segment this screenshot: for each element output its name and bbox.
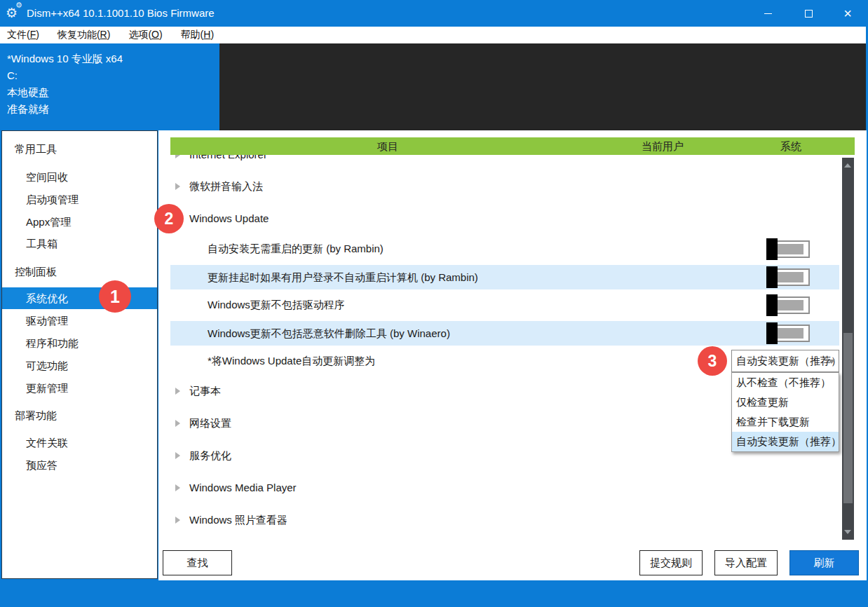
menu-label: 选项( bbox=[128, 29, 151, 40]
setting-row[interactable]: Windows更新不包括恶意软件删除工具 (by Winaero) bbox=[170, 321, 839, 346]
sidebar-item-system-optimization[interactable]: 系统优化 bbox=[2, 287, 157, 309]
menu-label: ) bbox=[36, 29, 39, 40]
gear-icon: ⚙ bbox=[15, 1, 22, 10]
toggle-switch-off[interactable] bbox=[766, 240, 810, 258]
setting-row-update-mode[interactable]: *将Windows Update自动更新调整为 自动安装更新（推荐） bbox=[170, 348, 839, 374]
column-header: 项目 当前用户 系统 bbox=[170, 137, 855, 155]
setting-label: 更新挂起时如果有用户登录不自动重启计算机 (by Rambin) bbox=[208, 265, 478, 289]
annotation-badge-1: 1 bbox=[99, 280, 131, 313]
menu-label: ) bbox=[107, 29, 111, 40]
group-label: Windows 照片查看器 bbox=[189, 507, 287, 533]
sidebar: 常用工具 空间回收 启动项管理 Appx管理 工具箱 控制面板 系统优化 驱动管… bbox=[1, 130, 158, 579]
toggle-knob bbox=[766, 322, 778, 344]
toggle-knob bbox=[766, 238, 778, 260]
column-items: 项目 bbox=[377, 137, 398, 155]
menu-recovery[interactable]: 恢复功能(R) bbox=[57, 29, 110, 41]
content-panel: Internet Explorer 项目 当前用户 系统 微软拼音输入法 Win… bbox=[158, 130, 867, 580]
toggle-switch-off[interactable] bbox=[766, 268, 810, 286]
vertical-scrollbar[interactable] bbox=[842, 158, 854, 540]
expander-icon[interactable] bbox=[175, 452, 180, 459]
menu-accel: F bbox=[30, 29, 36, 40]
setting-row[interactable]: Windows更新不包括驱动程序 bbox=[170, 292, 839, 318]
setting-label: Windows更新不包括恶意软件删除工具 (by Winaero) bbox=[208, 321, 450, 346]
group-label: Windows Media Player bbox=[189, 475, 297, 500]
scroll-up-icon[interactable] bbox=[844, 163, 851, 168]
group-label: Windows Update bbox=[189, 206, 269, 231]
refresh-button[interactable]: 刷新 bbox=[789, 550, 859, 575]
maximize-button[interactable] bbox=[792, 0, 825, 27]
tree-group-row-photo-viewer[interactable]: Windows 照片查看器 bbox=[170, 507, 839, 533]
menu-accel: R bbox=[100, 29, 107, 40]
setting-label: *将Windows Update自动更新调整为 bbox=[208, 348, 375, 374]
sidebar-item-update-manager[interactable]: 更新管理 bbox=[2, 378, 157, 398]
scroll-down-icon[interactable] bbox=[844, 530, 851, 534]
tree-group-row-pinyin[interactable]: 微软拼音输入法 bbox=[170, 174, 839, 199]
toggle-switch-off[interactable] bbox=[766, 325, 810, 342]
minimize-button[interactable] bbox=[752, 0, 784, 27]
menu-file[interactable]: 文件(F) bbox=[7, 29, 39, 41]
toggle-knob bbox=[766, 294, 778, 316]
submit-rule-button[interactable]: 提交规则 bbox=[639, 550, 703, 575]
close-icon: × bbox=[843, 0, 852, 27]
expander-icon[interactable] bbox=[175, 484, 180, 491]
group-label: 微软拼音输入法 bbox=[189, 174, 263, 199]
setting-label: 自动安装无需重启的更新 (by Rambin) bbox=[208, 236, 384, 261]
chevron-down-icon bbox=[828, 360, 835, 364]
sidebar-item-space-reclaim[interactable]: 空间回收 bbox=[2, 168, 157, 187]
menu-accel: H bbox=[203, 29, 210, 40]
image-session-tile[interactable]: *Windows 10 专业版 x64 C: 本地硬盘 准备就绪 bbox=[0, 43, 219, 130]
column-current-user: 当前用户 bbox=[642, 137, 684, 155]
expander-icon[interactable] bbox=[175, 183, 180, 190]
sidebar-item-driver-manager[interactable]: 驱动管理 bbox=[2, 311, 157, 331]
title-bar: ⚙ ⚙ Dism++x64 10.1.1001.10 Bios Firmware… bbox=[0, 0, 868, 27]
app-logo-icon: ⚙ ⚙ bbox=[6, 3, 25, 24]
group-label: 网络设置 bbox=[189, 411, 231, 436]
combobox-value: 自动安装更新（推荐） bbox=[736, 355, 839, 367]
menu-help[interactable]: 帮助(H) bbox=[181, 29, 214, 41]
session-status-label: 准备就绪 bbox=[7, 101, 219, 118]
menu-options[interactable]: 选项(O) bbox=[128, 29, 162, 41]
tree-group-row-windows-update[interactable]: Windows Update bbox=[170, 206, 839, 231]
setting-row[interactable]: 自动安装无需重启的更新 (by Rambin) bbox=[170, 236, 839, 261]
annotation-badge-3: 3 bbox=[698, 346, 727, 376]
sidebar-item-programs-features[interactable]: 程序和功能 bbox=[2, 334, 157, 353]
sidebar-group-common-tools: 常用工具 bbox=[15, 139, 57, 159]
sidebar-group-control-panel: 控制面板 bbox=[15, 262, 57, 282]
toggle-switch-off[interactable] bbox=[766, 296, 810, 314]
os-edition-label: *Windows 10 专业版 x64 bbox=[7, 50, 219, 67]
scrollbar-thumb[interactable] bbox=[843, 333, 853, 503]
footer-strip bbox=[0, 580, 868, 607]
tree-group-row-wmp[interactable]: Windows Media Player bbox=[170, 475, 839, 500]
update-mode-dropdown-list: 从不检查（不推荐） 仅检查更新 检查并下载更新 自动安装更新（推荐） bbox=[731, 372, 839, 452]
app-window: ⚙ ⚙ Dism++x64 10.1.1001.10 Bios Firmware… bbox=[0, 0, 868, 607]
menu-label: 文件( bbox=[7, 29, 30, 40]
column-system: 系统 bbox=[780, 137, 801, 155]
setting-row[interactable]: 更新挂起时如果有用户登录不自动重启计算机 (by Rambin) bbox=[170, 265, 839, 289]
close-button[interactable]: × bbox=[832, 0, 864, 27]
expander-icon[interactable] bbox=[175, 517, 180, 524]
sidebar-item-optional-features[interactable]: 可选功能 bbox=[2, 356, 157, 376]
menu-label: 帮助( bbox=[181, 29, 204, 40]
dropdown-option-auto-install[interactable]: 自动安装更新（推荐） bbox=[732, 432, 839, 451]
menu-label: 恢复功能( bbox=[57, 29, 100, 40]
sidebar-item-file-association[interactable]: 文件关联 bbox=[2, 433, 157, 453]
maximize-icon bbox=[805, 10, 813, 18]
sidebar-item-appx-manager[interactable]: Appx管理 bbox=[2, 212, 157, 232]
expander-icon[interactable] bbox=[175, 388, 180, 395]
update-mode-combobox[interactable]: 自动安装更新（推荐） bbox=[731, 350, 839, 372]
find-button[interactable]: 查找 bbox=[163, 550, 232, 575]
drive-type-label: 本地硬盘 bbox=[7, 84, 219, 101]
expander-icon[interactable] bbox=[175, 420, 180, 427]
menu-label: ) bbox=[159, 29, 163, 40]
sidebar-item-unattend[interactable]: 预应答 bbox=[2, 456, 157, 475]
menu-accel: O bbox=[151, 29, 159, 40]
toggle-knob bbox=[766, 266, 778, 288]
session-strip-background bbox=[219, 43, 866, 130]
dropdown-option-never-check[interactable]: 从不检查（不推荐） bbox=[732, 373, 839, 393]
sidebar-item-toolbox[interactable]: 工具箱 bbox=[2, 234, 157, 254]
setting-label: Windows更新不包括驱动程序 bbox=[208, 292, 345, 318]
sidebar-item-startup-manager[interactable]: 启动项管理 bbox=[2, 190, 157, 210]
dropdown-option-check-only[interactable]: 仅检查更新 bbox=[732, 393, 839, 412]
dropdown-option-check-download[interactable]: 检查并下载更新 bbox=[732, 412, 839, 432]
import-config-button[interactable]: 导入配置 bbox=[714, 550, 778, 575]
